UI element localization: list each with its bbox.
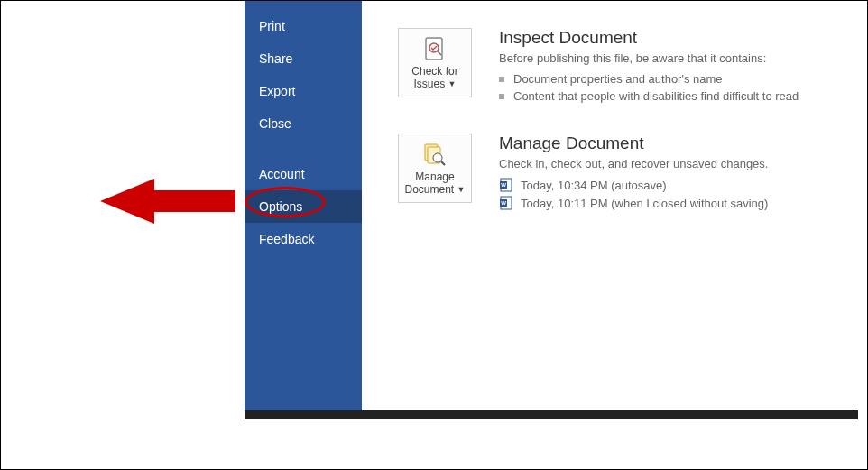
sidebar-item-print[interactable]: Print xyxy=(245,10,362,42)
manage-document-button[interactable]: Manage Document ▼ xyxy=(398,134,472,203)
content-pane: Check for Issues ▼ Inspect Document Befo… xyxy=(362,1,858,415)
inspect-subtitle: Before publishing this file, be aware th… xyxy=(499,51,799,65)
inspect-title: Inspect Document xyxy=(499,28,799,48)
sidebar-item-export[interactable]: Export xyxy=(245,75,362,107)
inspect-bullet-row: Document properties and author's name xyxy=(499,72,799,86)
version-label: Today, 10:34 PM (autosave) xyxy=(521,179,667,192)
sidebar-item-options[interactable]: Options xyxy=(245,190,362,223)
sidebar-item-close[interactable]: Close xyxy=(245,107,362,140)
inspect-bullet-row: Content that people with disabilities fi… xyxy=(499,89,799,103)
manage-subtitle: Check in, check out, and recover unsaved… xyxy=(499,157,768,170)
taskbar-strip xyxy=(245,410,858,419)
version-label: Today, 10:11 PM (when I closed without s… xyxy=(521,197,768,210)
svg-text:W: W xyxy=(501,182,506,188)
inspect-bullet-text: Content that people with disabilities fi… xyxy=(513,89,799,103)
annotation-arrow-icon xyxy=(100,174,245,228)
button-label-line1: Manage xyxy=(415,170,454,183)
svg-marker-11 xyxy=(100,179,235,224)
app-window: Print Share Export Close Account Options… xyxy=(245,1,858,415)
sidebar-item-feedback[interactable]: Feedback xyxy=(245,223,362,255)
manage-document-icon xyxy=(402,142,467,167)
check-for-issues-icon xyxy=(402,36,467,61)
sidebar-item-account[interactable]: Account xyxy=(245,158,362,190)
file-menu-sidebar: Print Share Export Close Account Options… xyxy=(245,1,362,415)
bullet-icon xyxy=(499,94,504,99)
document-version-row[interactable]: W Today, 10:34 PM (autosave) xyxy=(499,178,768,192)
chevron-down-icon: ▼ xyxy=(457,186,466,195)
inspect-section: Check for Issues ▼ Inspect Document Befo… xyxy=(398,28,840,106)
sidebar-item-share[interactable]: Share xyxy=(245,42,362,75)
manage-section: Manage Document ▼ Manage Document Check … xyxy=(398,134,840,214)
button-label-line1: Check for xyxy=(411,65,457,78)
svg-text:W: W xyxy=(501,200,506,206)
inspect-bullet-text: Document properties and author's name xyxy=(513,72,723,86)
bullet-icon xyxy=(499,77,504,82)
word-doc-icon: W xyxy=(499,196,513,210)
manage-title: Manage Document xyxy=(499,134,768,153)
word-doc-icon: W xyxy=(499,178,513,192)
check-for-issues-button[interactable]: Check for Issues ▼ xyxy=(398,28,472,97)
screenshot-canvas: Print Share Export Close Account Options… xyxy=(0,0,868,470)
chevron-down-icon: ▼ xyxy=(448,80,457,89)
document-version-row[interactable]: W Today, 10:11 PM (when I closed without… xyxy=(499,196,768,210)
button-label-line2: Document xyxy=(405,183,455,196)
svg-point-4 xyxy=(433,153,442,162)
button-label-line2: Issues xyxy=(414,78,446,90)
